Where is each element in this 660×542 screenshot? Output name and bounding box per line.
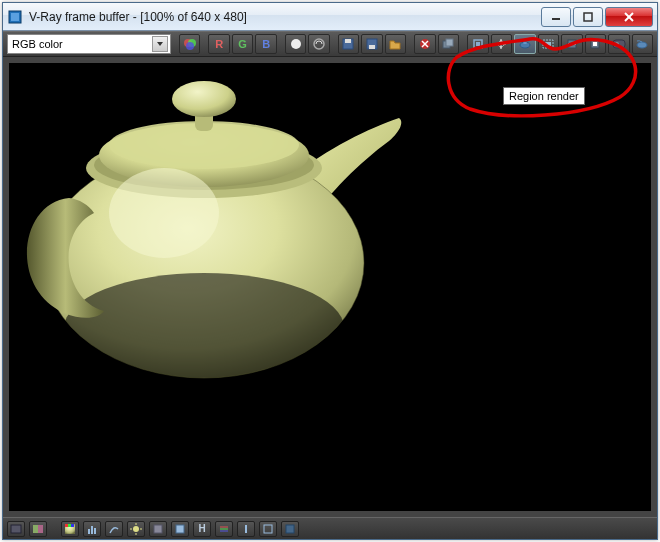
sb-m-icon[interactable]: [215, 521, 233, 537]
svg-point-47: [172, 81, 236, 117]
svg-rect-50: [33, 525, 38, 533]
open-folder-button[interactable]: [385, 34, 407, 54]
svg-rect-22: [476, 42, 480, 46]
svg-rect-55: [71, 524, 74, 527]
channel-select-label: RGB color: [12, 38, 152, 50]
sb-picker-icon[interactable]: [61, 521, 79, 537]
statusbar: H: [3, 517, 657, 539]
svg-point-10: [291, 39, 301, 49]
svg-marker-28: [503, 42, 506, 46]
channels-icon[interactable]: [179, 34, 201, 54]
svg-rect-3: [584, 13, 592, 21]
render-last-button[interactable]: [538, 34, 560, 54]
sb-whitebalance-icon[interactable]: [149, 521, 167, 537]
clear-button[interactable]: [414, 34, 436, 54]
svg-rect-15: [369, 45, 375, 49]
link-max-button[interactable]: [467, 34, 489, 54]
svg-rect-53: [65, 524, 68, 527]
svg-rect-51: [38, 525, 43, 533]
load-button[interactable]: [361, 34, 383, 54]
svg-point-59: [133, 526, 139, 532]
sb-hue-icon[interactable]: [171, 521, 189, 537]
svg-rect-32: [545, 42, 551, 46]
svg-rect-70: [264, 525, 272, 533]
sb-compare-icon[interactable]: [29, 521, 47, 537]
render-content-teapot: [9, 63, 409, 393]
svg-rect-57: [91, 526, 93, 534]
svg-point-9: [186, 42, 194, 50]
svg-rect-56: [88, 529, 90, 534]
color-corrections-button[interactable]: [608, 34, 630, 54]
svg-rect-13: [345, 39, 351, 43]
svg-rect-64: [154, 525, 162, 533]
sb-levels-icon[interactable]: [83, 521, 101, 537]
switch-ab-button[interactable]: [308, 34, 330, 54]
tooltip-text: Region render: [509, 90, 579, 102]
svg-rect-35: [593, 42, 597, 46]
save-button[interactable]: [338, 34, 360, 54]
svg-marker-27: [496, 42, 499, 46]
svg-point-40: [64, 273, 344, 383]
svg-marker-26: [499, 46, 503, 49]
svg-point-37: [615, 42, 619, 46]
svg-marker-6: [157, 42, 163, 46]
sb-h-icon[interactable]: H: [193, 521, 211, 537]
close-button[interactable]: [605, 7, 653, 27]
sb-srgb-icon[interactable]: [259, 521, 277, 537]
titlebar: V-Ray frame buffer - [100% of 640 x 480]: [3, 3, 657, 31]
chevron-down-icon: [152, 36, 168, 52]
svg-point-30: [523, 42, 527, 44]
green-channel-button[interactable]: G: [232, 34, 254, 54]
render-canvas[interactable]: [9, 63, 651, 511]
red-channel-button[interactable]: R: [208, 34, 230, 54]
app-window: V-Ray frame buffer - [100% of 640 x 480]…: [2, 2, 658, 540]
window-title: V-Ray frame buffer - [100% of 640 x 480]: [29, 10, 539, 24]
tooltip-region-render: Region render: [503, 87, 585, 105]
sb-icc-icon[interactable]: [281, 521, 299, 537]
vr-teapot-button[interactable]: [632, 34, 654, 54]
svg-rect-65: [176, 525, 184, 533]
svg-rect-54: [68, 524, 71, 527]
sb-stamp-icon[interactable]: [237, 521, 255, 537]
color-clamp-button[interactable]: [561, 34, 583, 54]
svg-point-48: [109, 168, 219, 258]
track-mouse-button[interactable]: [491, 34, 513, 54]
svg-rect-71: [286, 525, 294, 533]
sb-exposure-icon[interactable]: [127, 521, 145, 537]
viewport: Region render: [3, 57, 657, 517]
maximize-button[interactable]: [573, 7, 603, 27]
svg-point-38: [637, 42, 647, 48]
svg-rect-58: [94, 528, 96, 534]
blue-channel-button[interactable]: B: [255, 34, 277, 54]
minimize-button[interactable]: [541, 7, 571, 27]
window-controls: [539, 7, 653, 27]
mono-channel-button[interactable]: [285, 34, 307, 54]
channel-select[interactable]: RGB color: [7, 34, 171, 54]
view-clamped-button[interactable]: [585, 34, 607, 54]
svg-rect-49: [11, 525, 21, 533]
svg-marker-25: [499, 39, 503, 42]
duplicate-button[interactable]: [438, 34, 460, 54]
region-render-button[interactable]: [514, 34, 536, 54]
app-icon: [7, 9, 23, 25]
sb-curve-icon[interactable]: [105, 521, 123, 537]
svg-rect-20: [446, 39, 453, 46]
top-toolbar: RGB color R G B: [3, 31, 657, 57]
svg-rect-1: [11, 13, 19, 21]
sb-history-icon[interactable]: [7, 521, 25, 537]
